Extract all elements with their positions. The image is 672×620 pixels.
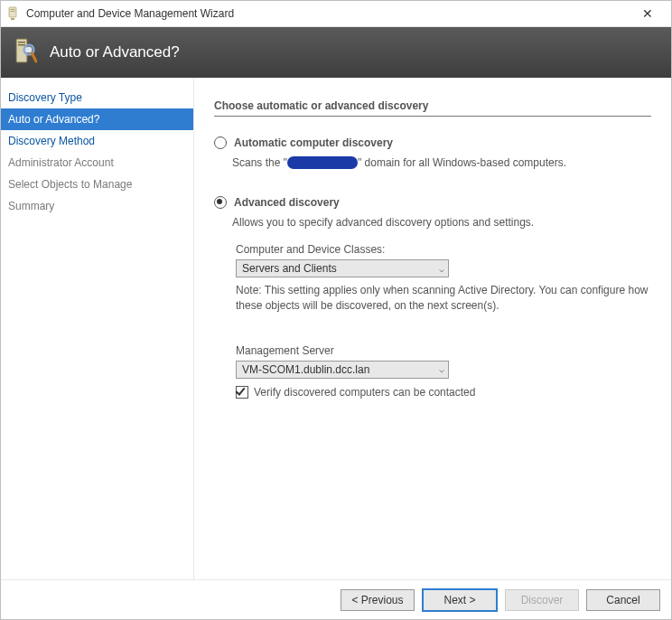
radio-advanced-label: Advanced discovery: [234, 196, 340, 209]
classes-note: Note: This setting applies only when sca…: [236, 283, 651, 314]
classes-value: Servers and Clients: [242, 262, 337, 275]
window-title: Computer and Device Management Wizard: [26, 7, 630, 20]
wizard-window: Computer and Device Management Wizard ✕ …: [0, 0, 672, 620]
chevron-down-icon: ⌵: [439, 364, 444, 374]
banner-icon: [14, 37, 37, 68]
auto-desc-post: " domain for all Windows-based computers…: [358, 156, 566, 169]
close-icon[interactable]: ✕: [630, 1, 666, 26]
cancel-button[interactable]: Cancel: [586, 589, 660, 611]
next-button[interactable]: Next >: [422, 588, 498, 612]
verify-label: Verify discovered computers can be conta…: [254, 386, 475, 399]
sidebar-item-auto-or-advanced[interactable]: Auto or Advanced?: [1, 108, 193, 130]
banner: Auto or Advanced?: [1, 27, 671, 78]
automatic-description: Scans the "" domain for all Windows-base…: [232, 155, 651, 171]
page-heading: Choose automatic or advanced discovery: [214, 99, 651, 117]
svg-rect-2: [11, 9, 15, 10]
sidebar-item-summary: Summary: [1, 195, 193, 217]
app-icon: [6, 6, 21, 21]
auto-desc-pre: Scans the ": [232, 156, 287, 169]
titlebar: Computer and Device Management Wizard ✕: [1, 1, 671, 27]
sidebar-item-discovery-type[interactable]: Discovery Type: [1, 87, 193, 108]
verify-checkbox-row[interactable]: Verify discovered computers can be conta…: [236, 386, 651, 399]
svg-rect-0: [9, 7, 16, 17]
body: Discovery Type Auto or Advanced? Discove…: [1, 78, 671, 579]
svg-point-9: [26, 47, 33, 53]
chevron-down-icon: ⌵: [439, 264, 444, 274]
classes-dropdown[interactable]: Servers and Clients ⌵: [236, 259, 449, 277]
redacted-domain: [287, 156, 358, 169]
sidebar-item-discovery-method[interactable]: Discovery Method: [1, 130, 193, 152]
radio-automatic-label: Automatic computer discovery: [234, 136, 393, 149]
svg-rect-3: [11, 11, 15, 12]
radio-automatic[interactable]: Automatic computer discovery: [214, 136, 651, 149]
sidebar-item-select-objects: Select Objects to Manage: [1, 174, 193, 195]
sidebar: Discovery Type Auto or Advanced? Discove…: [1, 78, 194, 579]
discover-button: Discover: [505, 589, 579, 611]
previous-button[interactable]: < Previous: [341, 589, 415, 611]
svg-rect-6: [18, 44, 25, 46]
svg-line-8: [33, 53, 37, 61]
mgmt-server-block: Management Server VM-SCOM1.dublin.dcc.la…: [236, 344, 651, 379]
svg-rect-5: [18, 42, 25, 43]
svg-rect-1: [11, 18, 14, 20]
footer: < Previous Next > Discover Cancel: [1, 579, 671, 619]
classes-block: Computer and Device Classes: Servers and…: [236, 243, 651, 314]
checkbox-icon: [236, 386, 248, 399]
banner-title: Auto or Advanced?: [50, 43, 180, 61]
mgmt-dropdown[interactable]: VM-SCOM1.dublin.dcc.lan ⌵: [236, 361, 449, 379]
main-panel: Choose automatic or advanced discovery A…: [194, 78, 671, 579]
radio-advanced[interactable]: Advanced discovery: [214, 196, 651, 209]
mgmt-label: Management Server: [236, 344, 651, 357]
classes-label: Computer and Device Classes:: [236, 243, 651, 256]
mgmt-value: VM-SCOM1.dublin.dcc.lan: [242, 363, 369, 376]
sidebar-item-admin-account: Administrator Account: [1, 152, 193, 174]
advanced-description: Allows you to specify advanced discovery…: [232, 214, 651, 230]
radio-icon: [214, 196, 227, 209]
radio-icon: [214, 136, 227, 149]
